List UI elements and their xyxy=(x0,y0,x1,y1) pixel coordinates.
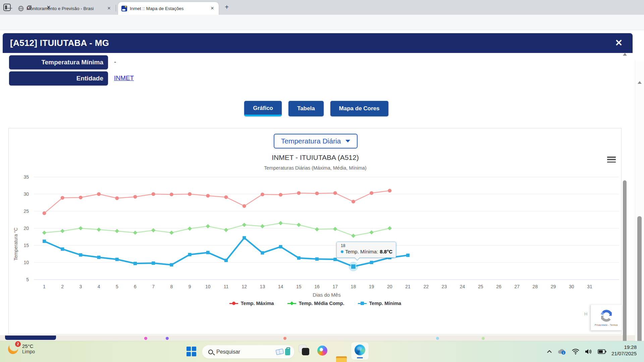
data-point[interactable] xyxy=(78,226,83,231)
x-tick-label: 5 xyxy=(116,284,118,289)
data-point[interactable] xyxy=(42,231,47,235)
onedrive-icon[interactable]: i xyxy=(557,348,567,355)
battery-icon[interactable] xyxy=(598,349,606,354)
data-point[interactable] xyxy=(297,223,301,227)
data-point[interactable] xyxy=(206,194,210,198)
tab-monitoramento[interactable]: Monitoramento e Previsão - Brasi ✕ xyxy=(15,2,115,15)
data-point[interactable] xyxy=(224,259,228,262)
new-tab-button[interactable]: + xyxy=(223,3,231,11)
data-point[interactable] xyxy=(206,224,210,229)
data-point[interactable] xyxy=(133,231,138,235)
data-point[interactable] xyxy=(188,192,192,196)
data-point[interactable] xyxy=(187,227,192,231)
chevron-down-icon xyxy=(345,140,350,142)
data-point[interactable] xyxy=(133,262,137,265)
data-point[interactable] xyxy=(279,245,282,248)
data-point[interactable] xyxy=(61,247,64,251)
copilot-taskbar-icon[interactable] xyxy=(317,346,327,356)
data-point[interactable] xyxy=(352,200,355,203)
tab-mapa-de-cores[interactable]: Mapa de Cores xyxy=(330,101,388,116)
tray-chevron-icon[interactable] xyxy=(547,350,552,353)
data-point[interactable] xyxy=(170,193,173,196)
taskbar-clock[interactable]: 19:28 21/07/2025 xyxy=(611,344,637,357)
data-point[interactable] xyxy=(133,195,137,199)
map-marker-dot xyxy=(482,337,485,340)
data-point[interactable] xyxy=(370,261,373,264)
data-point[interactable] xyxy=(406,254,410,257)
data-point[interactable] xyxy=(152,261,155,265)
chart-type-dropdown[interactable]: Temperatura Diária xyxy=(274,134,358,148)
data-point[interactable] xyxy=(43,212,46,215)
data-point[interactable] xyxy=(261,251,264,254)
tab-close-icon[interactable]: ✕ xyxy=(106,5,112,11)
browser-scrollbar[interactable] xyxy=(635,60,644,362)
data-point[interactable] xyxy=(388,189,391,192)
data-point[interactable] xyxy=(333,258,337,261)
x-tick-label: 7 xyxy=(152,284,155,289)
data-point[interactable] xyxy=(351,234,356,238)
data-point[interactable] xyxy=(315,191,319,195)
data-point[interactable] xyxy=(297,191,301,195)
taskbar-search-box[interactable]: Pesquisar xyxy=(202,345,294,359)
data-point[interactable] xyxy=(278,221,283,225)
data-point[interactable] xyxy=(351,264,356,269)
tab-close-icon[interactable]: ✕ xyxy=(209,5,215,11)
wifi-icon[interactable] xyxy=(572,349,580,355)
data-point[interactable] xyxy=(369,230,374,235)
scroll-up-icon[interactable] xyxy=(638,81,642,84)
start-icon[interactable] xyxy=(186,347,197,357)
scroll-up-icon[interactable] xyxy=(623,53,627,56)
data-point[interactable] xyxy=(97,192,101,196)
data-point[interactable] xyxy=(152,192,155,196)
tab-grafico[interactable]: Gráfico xyxy=(244,101,282,116)
data-point[interactable] xyxy=(97,256,101,259)
data-point[interactable] xyxy=(242,223,247,227)
data-point[interactable] xyxy=(60,229,65,233)
entidade-link[interactable]: INMET xyxy=(114,74,134,82)
task-view-icon[interactable] xyxy=(299,345,310,356)
taskbar-weather-widget[interactable]: 2 25°C Limpo xyxy=(8,343,35,354)
file-explorer-icon[interactable] xyxy=(336,355,347,362)
data-point[interactable] xyxy=(260,224,265,229)
tab-tabela[interactable]: Tabela xyxy=(288,101,324,116)
data-point[interactable] xyxy=(43,240,46,243)
data-point[interactable] xyxy=(333,227,337,231)
data-point[interactable] xyxy=(115,196,119,200)
data-point[interactable] xyxy=(243,204,246,208)
chart-menu-icon[interactable] xyxy=(607,157,616,163)
modal-close-icon[interactable]: ✕ xyxy=(615,38,623,48)
data-point[interactable] xyxy=(151,228,156,233)
data-point[interactable] xyxy=(224,195,228,199)
data-point[interactable] xyxy=(79,196,83,199)
legend-item-temp-maxima[interactable]: Temp. Máxima xyxy=(229,301,274,306)
data-point[interactable] xyxy=(261,193,264,196)
data-point[interactable] xyxy=(115,229,119,233)
data-point[interactable] xyxy=(370,191,373,195)
data-point[interactable] xyxy=(169,231,174,235)
data-point[interactable] xyxy=(387,226,392,231)
tab-inmet-active[interactable]: ★ Inmet :: Mapa de Estações ✕ xyxy=(118,2,219,15)
data-point[interactable] xyxy=(243,236,246,240)
tab-actions-icon[interactable] xyxy=(3,4,11,11)
legend-item-temp-minima[interactable]: Temp. Mínima xyxy=(358,301,401,306)
data-point[interactable] xyxy=(188,253,192,256)
data-point[interactable] xyxy=(297,256,301,260)
data-point[interactable] xyxy=(206,251,210,254)
modal-scrollbar[interactable] xyxy=(623,50,627,362)
volume-icon[interactable] xyxy=(585,349,593,355)
edge-taskbar-icon[interactable] xyxy=(351,342,369,360)
data-point[interactable] xyxy=(224,228,228,232)
browser-scrollbar-thumb[interactable] xyxy=(637,216,642,355)
legend-item-temp-media[interactable]: Temp. Média Comp. xyxy=(287,301,344,306)
data-point[interactable] xyxy=(315,227,319,232)
data-point[interactable] xyxy=(333,191,337,195)
data-point[interactable] xyxy=(115,258,119,261)
data-point[interactable] xyxy=(170,263,173,266)
recaptcha-badge[interactable]: Privacidade - Termos xyxy=(591,304,622,330)
modal-scrollbar-thumb[interactable] xyxy=(623,180,627,343)
data-point[interactable] xyxy=(79,253,82,257)
data-point[interactable] xyxy=(61,196,64,200)
luggage-icon xyxy=(285,349,290,355)
data-point[interactable] xyxy=(279,193,282,197)
data-point[interactable] xyxy=(315,257,319,261)
